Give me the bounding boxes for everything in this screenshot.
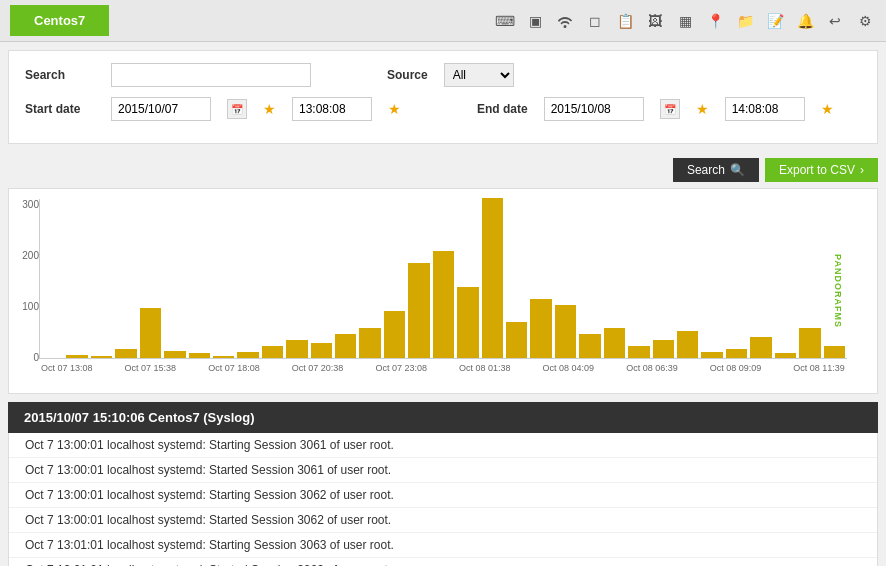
chart-bar <box>335 334 356 358</box>
chart-bar <box>359 328 380 358</box>
image-icon[interactable]: 🖼 <box>644 10 666 32</box>
start-time-input[interactable] <box>292 97 372 121</box>
chart-bar <box>726 349 747 358</box>
start-date-label: Start date <box>25 102 95 116</box>
log-list: Oct 7 13:00:01 localhost systemd: Starti… <box>8 433 878 566</box>
search-panel: Search Source All Start date 📅 ★ ★ End d… <box>8 50 878 144</box>
active-tab[interactable]: Centos7 <box>10 5 109 36</box>
end-time-star-icon[interactable]: ★ <box>821 101 834 117</box>
action-bar: Search 🔍 Export to CSV › <box>0 152 886 188</box>
keyboard-icon[interactable]: ⌨ <box>494 10 516 32</box>
start-time-star-icon[interactable]: ★ <box>388 101 401 117</box>
start-date-input[interactable] <box>111 97 211 121</box>
search-input[interactable] <box>111 63 311 87</box>
log-header: 2015/10/07 15:10:06 Centos7 (Syslog) <box>8 402 878 433</box>
export-csv-button[interactable]: Export to CSV › <box>765 158 878 182</box>
chart-bars <box>39 199 847 359</box>
log-entry: Oct 7 13:01:01 localhost systemd: Starte… <box>9 558 877 566</box>
chart-bar <box>457 287 478 358</box>
chart-bar <box>775 353 796 358</box>
chart-y-axis: 300 200 100 0 <box>19 199 39 363</box>
chart-bar <box>653 340 674 358</box>
chart-bar <box>286 340 307 358</box>
search-label: Search <box>25 68 95 82</box>
chart-bar <box>164 351 185 358</box>
pandora-label: PANDORAFMS <box>833 254 843 328</box>
book-icon[interactable]: 📋 <box>614 10 636 32</box>
chart-bar <box>701 352 722 358</box>
chart-container: 300 200 100 0 PANDORAFMS Oct 07 13:08 Oc… <box>8 188 878 394</box>
folder-icon[interactable]: 📁 <box>734 10 756 32</box>
chart-bar <box>799 328 820 358</box>
chart-bar <box>579 334 600 358</box>
chart-bar <box>384 311 405 358</box>
window-icon[interactable]: ▣ <box>524 10 546 32</box>
start-date-star-icon[interactable]: ★ <box>263 101 276 117</box>
chart-bar <box>824 346 845 358</box>
chart-bar <box>140 308 161 358</box>
end-date-input[interactable] <box>544 97 644 121</box>
chart-bar <box>433 251 454 358</box>
wifi-icon[interactable] <box>554 10 576 32</box>
source-select[interactable]: All <box>444 63 514 87</box>
chart-bar <box>115 349 136 358</box>
chart-bar <box>213 356 234 358</box>
toolbar-icons: ⌨ ▣ ◻ 📋 🖼 ▦ 📍 📁 📝 🔔 ↩ ⚙ <box>494 10 876 32</box>
chevron-right-icon: › <box>860 163 864 177</box>
chart-bar <box>628 346 649 358</box>
chart-bar <box>506 322 527 358</box>
log-entry: Oct 7 13:01:01 localhost systemd: Starti… <box>9 533 877 558</box>
chart-bar <box>66 355 87 358</box>
end-date-label: End date <box>477 102 528 116</box>
toolbar: Centos7 ⌨ ▣ ◻ 📋 🖼 ▦ 📍 📁 📝 🔔 ↩ ⚙ <box>0 0 886 42</box>
checklist-icon[interactable]: 📝 <box>764 10 786 32</box>
location-icon[interactable]: 📍 <box>704 10 726 32</box>
search-icon: 🔍 <box>730 163 745 177</box>
log-entry: Oct 7 13:00:01 localhost systemd: Starte… <box>9 458 877 483</box>
end-date-calendar-icon[interactable]: 📅 <box>660 99 680 119</box>
chart-bar <box>189 353 210 358</box>
search-button[interactable]: Search 🔍 <box>673 158 759 182</box>
date-row: Start date 📅 ★ ★ End date 📅 ★ ★ <box>25 97 861 121</box>
end-time-input[interactable] <box>725 97 805 121</box>
chart-bar <box>530 299 551 358</box>
chart-bar <box>311 343 332 358</box>
start-date-calendar-icon[interactable]: 📅 <box>227 99 247 119</box>
search-row: Search Source All <box>25 63 861 87</box>
logout-icon[interactable]: ↩ <box>824 10 846 32</box>
chart-bar <box>555 305 576 358</box>
chart-bar <box>237 352 258 358</box>
bell-icon[interactable]: 🔔 <box>794 10 816 32</box>
chart-bar <box>482 198 503 358</box>
log-entry: Oct 7 13:00:01 localhost systemd: Starti… <box>9 483 877 508</box>
chart-bar <box>750 337 771 358</box>
end-date-star-icon[interactable]: ★ <box>696 101 709 117</box>
log-entry: Oct 7 13:00:01 localhost systemd: Starti… <box>9 433 877 458</box>
chart-bar <box>408 263 429 358</box>
square-outline-icon[interactable]: ◻ <box>584 10 606 32</box>
chart-x-labels: Oct 07 13:08 Oct 07 15:38 Oct 07 18:08 O… <box>39 363 847 373</box>
chart-bar <box>677 331 698 358</box>
grid-icon[interactable]: ▦ <box>674 10 696 32</box>
source-label: Source <box>387 68 428 82</box>
chart-bar <box>262 346 283 358</box>
chart-bar <box>604 328 625 358</box>
chart-bar <box>91 356 112 358</box>
settings-icon[interactable]: ⚙ <box>854 10 876 32</box>
log-entry: Oct 7 13:00:01 localhost systemd: Starte… <box>9 508 877 533</box>
